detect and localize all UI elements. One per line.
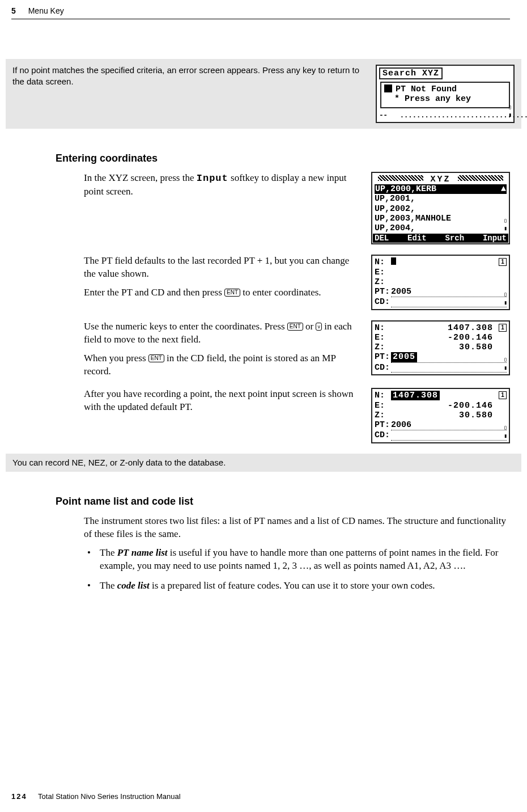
battery-icon: ▮ (504, 434, 507, 439)
body-text: Use the numeric keys to enter the coordi… (84, 321, 287, 332)
page-indicator-icon: 1 (499, 391, 507, 399)
cd-value (391, 363, 507, 373)
body-text: In the XYZ screen, press the (84, 172, 197, 183)
battery-icon: ▮ (504, 226, 507, 232)
e-value: -200.146 (391, 333, 507, 342)
battery-icon: ▮ (504, 301, 507, 306)
lcd-input-filled: 1 N:1407.308 E:-200.146 Z:30.580 PT:2005… (371, 320, 510, 375)
book-title: Total Station Nivo Series Instruction Ma… (38, 792, 180, 801)
bullet-list: The PT name list is useful if you have t… (84, 547, 510, 593)
note-text: If no point matches the specified criter… (12, 65, 370, 88)
softkey-srch: Srch (445, 234, 465, 243)
list-item: The PT name list is useful if you have t… (84, 547, 510, 573)
battery-icon: ▮ (504, 366, 507, 371)
stripe-icon (458, 175, 503, 181)
list-item: UP,2004, (375, 223, 507, 233)
battery-icon: ▯ (504, 425, 507, 431)
e-value: -200.146 (391, 401, 507, 411)
list-item: UP,2001, (375, 194, 507, 204)
lcd-title: Search XYZ (379, 67, 443, 79)
lcd-error-line2: * Press any key (384, 94, 506, 104)
lcd-error-screen: Search XYZ PT Not Found * Press any key … (376, 65, 515, 123)
page-indicator-icon: 1 (499, 258, 507, 266)
cd-value (391, 430, 507, 440)
paragraph-row: The PT field defaults to the last record… (84, 255, 510, 310)
heading-entering-coordinates: Entering coordinates (56, 151, 510, 165)
body-text: The instrument stores two list files: a … (84, 515, 510, 541)
lcd-xyz-header: XYZ (375, 175, 507, 184)
body-text: Enter the PT and CD and then press (84, 287, 224, 298)
pt-value: 2006 (391, 420, 411, 430)
softkey-edit: Edit (407, 234, 427, 243)
z-value: 30.580 (391, 342, 507, 352)
key-ent: ENT (224, 289, 240, 297)
stripe-icon (378, 175, 423, 181)
pt-value: 2005 (391, 352, 417, 362)
battery-icon: ▯ (504, 218, 507, 224)
list-item: The code list is a prepared list of feat… (84, 580, 510, 593)
body-text: or (303, 321, 316, 332)
cd-value (391, 297, 507, 307)
body-text: The PT field defaults to the last record… (84, 255, 361, 281)
page-indicator-icon: 1 (499, 324, 507, 332)
n-value: 1407.308 (391, 391, 440, 400)
lcd-xyz-list: XYZ UP,2000,KERB▲ UP,2001, UP,2002, UP,2… (371, 172, 510, 245)
z-value: 30.580 (391, 411, 507, 420)
lcd-softkey-row: DEL Edit Srch Input (373, 234, 508, 243)
term-code-list: code list (117, 580, 150, 591)
page-footer: 124 Total Station Nivo Series Instructio… (11, 792, 181, 802)
chapter-title: Menu Key (28, 6, 64, 15)
pt-value: 2005 (391, 287, 411, 297)
heading-point-name-list: Point name list and code list (56, 494, 510, 508)
key-ent: ENT (287, 323, 303, 331)
lcd-error-line1: PT Not Found (384, 84, 506, 94)
paragraph-row: After you have recording a point, the ne… (84, 388, 510, 443)
note-block-record-types: You can record NE, NEZ, or Z-only data t… (6, 454, 521, 472)
softkey-input: Input (483, 234, 507, 243)
lcd-message-box: PT Not Found * Press any key (380, 82, 510, 108)
term-pt-name-list: PT name list (117, 547, 168, 558)
paragraph-row: Use the numeric keys to enter the coordi… (84, 320, 510, 378)
page-number: 124 (11, 792, 27, 801)
lcd-input-empty: 1 N: E: Z: PT:2005 CD: ▯ ▮ (371, 255, 510, 310)
cursor-icon (391, 257, 396, 265)
body-text: When you press (84, 353, 148, 363)
list-item: UP,2003,MANHOLE (375, 214, 507, 223)
body-text: After you have recording a point, the ne… (84, 388, 361, 414)
lcd-footer-dots: -- ............................... (379, 112, 511, 120)
page-header: 5 Menu Key (11, 6, 510, 16)
key-down: v (316, 323, 322, 331)
n-value: 1407.308 (391, 323, 507, 333)
battery-icon: ▯ (508, 105, 512, 111)
header-rule (11, 19, 510, 19)
list-item: UP,2000,KERB▲ (375, 184, 507, 194)
paragraph-row: In the XYZ screen, press the Input softk… (84, 172, 510, 245)
battery-icon: ▯ (504, 292, 507, 298)
note-block-error-screen: If no point matches the specified criter… (6, 59, 521, 129)
lcd-input-next: 1 N:1407.308 E:-200.146 Z:30.580 PT:2006… (371, 388, 510, 443)
battery-icon: ▯ (504, 357, 507, 363)
lcd-header-text: XYZ (430, 175, 450, 184)
softkey-label-input: Input (197, 173, 228, 184)
battery-icon: ▮ (508, 113, 512, 119)
chapter-number: 5 (11, 6, 16, 15)
key-ent: ENT (148, 354, 164, 362)
body-text: to enter coordinates. (240, 287, 321, 298)
softkey-del: DEL (375, 234, 389, 243)
list-item: UP,2002, (375, 204, 507, 214)
